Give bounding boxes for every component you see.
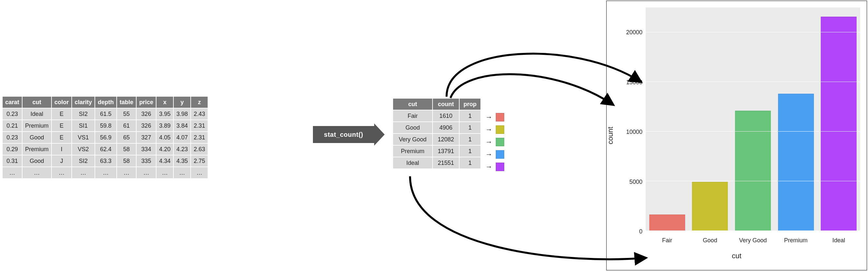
color-swatch bbox=[496, 138, 504, 146]
table-cell: 2.31 bbox=[191, 120, 208, 132]
table-cell: 0.31 bbox=[2, 155, 22, 167]
table-cell: 1 bbox=[459, 122, 481, 134]
table-cell: Ideal bbox=[22, 108, 52, 120]
table-cell: Fair bbox=[393, 110, 433, 122]
table-cell: Premium bbox=[393, 145, 433, 157]
raw-header-cut: cut bbox=[22, 96, 52, 108]
y-tick-label: 0 bbox=[620, 228, 643, 235]
summary-table: cutcountprop Fair16101Good49061Very Good… bbox=[393, 98, 481, 169]
swatch-row: → bbox=[485, 124, 504, 136]
table-cell: 58 bbox=[117, 155, 136, 167]
swatch-column: →→→→→ bbox=[485, 111, 504, 173]
swatch-row: → bbox=[485, 148, 504, 161]
table-cell: 2.75 bbox=[191, 155, 208, 167]
table-cell: 4.05 bbox=[156, 132, 174, 143]
x-tick-label: Fair bbox=[646, 237, 689, 244]
table-cell: 1 bbox=[459, 157, 481, 169]
table-cell: 65 bbox=[117, 132, 136, 143]
table-cell: … bbox=[174, 167, 191, 179]
table-cell: 0.23 bbox=[2, 108, 22, 120]
table-row: Fair16101 bbox=[393, 110, 481, 122]
table-cell: Good bbox=[22, 155, 52, 167]
arrow-right-icon: → bbox=[485, 126, 492, 134]
x-tick-label: Ideal bbox=[817, 237, 860, 244]
table-cell: Good bbox=[393, 122, 433, 134]
plot-area bbox=[646, 7, 860, 231]
bar-ideal bbox=[821, 17, 857, 231]
table-cell: 326 bbox=[136, 108, 156, 120]
table-cell: 4.07 bbox=[174, 132, 191, 143]
table-cell: SI2 bbox=[72, 155, 95, 167]
x-tick-label: Very Good bbox=[732, 237, 774, 244]
color-swatch bbox=[496, 150, 504, 159]
bar-slot bbox=[689, 7, 732, 231]
table-cell: … bbox=[156, 167, 174, 179]
table-cell: E bbox=[52, 132, 72, 143]
raw-header-color: color bbox=[52, 96, 72, 108]
table-cell: 4.34 bbox=[156, 155, 174, 167]
table-cell: 4.20 bbox=[156, 143, 174, 155]
table-cell: Good bbox=[22, 132, 52, 143]
raw-data-table: caratcutcolorclaritydepthtablepricexyz 0… bbox=[2, 96, 208, 179]
bar-chart: count 05000100001500020000 FairGoodVery … bbox=[606, 1, 867, 270]
bar-very-good bbox=[735, 111, 771, 231]
table-row: ………………………… bbox=[2, 167, 208, 179]
table-cell: 12082 bbox=[433, 134, 459, 145]
arrow-right-icon: → bbox=[485, 138, 492, 146]
diagram-canvas: caratcutcolorclaritydepthtablepricexyz 0… bbox=[0, 0, 868, 271]
x-axis-title: cut bbox=[607, 252, 867, 260]
table-row: 0.23GoodEVS156.9653274.054.072.31 bbox=[2, 132, 208, 143]
bar-good bbox=[692, 182, 728, 231]
table-cell: 62.4 bbox=[95, 143, 117, 155]
bars-container bbox=[646, 7, 860, 231]
table-row: Ideal215511 bbox=[393, 157, 481, 169]
color-swatch bbox=[496, 126, 504, 134]
table-cell: 63.3 bbox=[95, 155, 117, 167]
gridline bbox=[646, 231, 860, 231]
arrow-head-icon bbox=[374, 124, 384, 145]
gridline bbox=[646, 32, 860, 32]
raw-header-depth: depth bbox=[95, 96, 117, 108]
table-cell: Premium bbox=[22, 120, 52, 132]
raw-header-carat: carat bbox=[2, 96, 22, 108]
bar-premium bbox=[778, 94, 814, 231]
arrow-right-icon: → bbox=[485, 113, 492, 121]
summary-header-cut: cut bbox=[393, 98, 433, 110]
table-row: 0.23IdealESI261.5553263.953.982.43 bbox=[2, 108, 208, 120]
table-cell: 334 bbox=[136, 143, 156, 155]
bar-slot bbox=[817, 7, 860, 231]
table-cell: E bbox=[52, 120, 72, 132]
table-cell: Ideal bbox=[393, 157, 433, 169]
summary-table-wrapper: cutcountprop Fair16101Good49061Very Good… bbox=[393, 98, 481, 169]
y-axis-title: count bbox=[606, 127, 615, 144]
table-cell: 4.35 bbox=[174, 155, 191, 167]
table-cell: 3.98 bbox=[174, 108, 191, 120]
raw-header-y: y bbox=[174, 96, 191, 108]
gridline bbox=[646, 131, 860, 132]
raw-header-x: x bbox=[156, 96, 174, 108]
table-cell: 13791 bbox=[433, 145, 459, 157]
table-row: Very Good120821 bbox=[393, 134, 481, 145]
bar-slot bbox=[646, 7, 689, 231]
table-cell: 1 bbox=[459, 145, 481, 157]
table-cell: 4.23 bbox=[174, 143, 191, 155]
y-tick-label: 5000 bbox=[620, 178, 643, 185]
x-tick-label: Good bbox=[689, 237, 732, 244]
x-tick-label: Premium bbox=[774, 237, 817, 244]
table-cell: 4906 bbox=[433, 122, 459, 134]
table-row: Good49061 bbox=[393, 122, 481, 134]
table-cell: SI1 bbox=[72, 120, 95, 132]
table-cell: 61.5 bbox=[95, 108, 117, 120]
table-cell: 1 bbox=[459, 134, 481, 145]
table-cell: … bbox=[2, 167, 22, 179]
summary-header-prop: prop bbox=[459, 98, 481, 110]
table-row: 0.29PremiumIVS262.4583344.204.232.63 bbox=[2, 143, 208, 155]
arrow-right-icon: → bbox=[485, 150, 492, 159]
raw-header-clarity: clarity bbox=[72, 96, 95, 108]
table-cell: 21551 bbox=[433, 157, 459, 169]
table-cell: SI2 bbox=[72, 108, 95, 120]
table-cell: 3.89 bbox=[156, 120, 174, 132]
table-cell: … bbox=[136, 167, 156, 179]
table-cell: … bbox=[22, 167, 52, 179]
table-cell: … bbox=[95, 167, 117, 179]
